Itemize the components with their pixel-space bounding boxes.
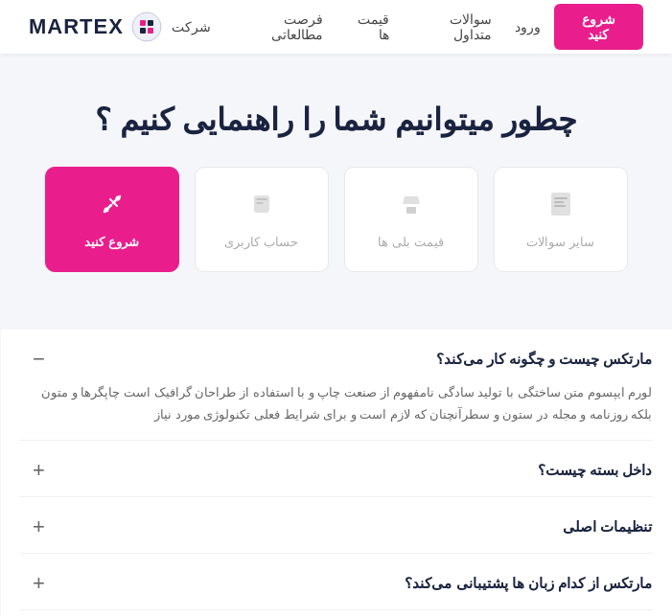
svg-rect-3 (140, 28, 146, 34)
faq-title-4: مارتکس از کدام زبان ها پشتیبانی می‌کند؟ (405, 575, 652, 592)
svg-rect-10 (254, 195, 269, 213)
faq-toggle-1: − (30, 347, 49, 372)
faq-toggle-3: + (30, 514, 49, 539)
navbar-right: شروع کنید ورود سوالات متداول قیمت ها فرص… (162, 4, 643, 50)
faq-section: مارتکس چیست و چگونه کار می‌کند؟ − لورم ا… (1, 330, 672, 616)
card-other-label: سایر سوالات (526, 235, 594, 249)
card-start-icon (98, 190, 127, 225)
logo-icon (131, 11, 162, 42)
svg-point-0 (132, 12, 161, 41)
faq-title-1: مارتکس چیست و چگونه کار می‌کند؟ (436, 351, 653, 368)
card-start[interactable]: شروع کنید (45, 167, 179, 272)
faq-title-2: داخل بسته چیست؟ (538, 462, 652, 479)
svg-rect-7 (554, 201, 564, 203)
card-billing-icon (397, 190, 426, 225)
nav-link-study[interactable]: فرصت مطالعاتی (224, 6, 333, 48)
card-start-label: شروع کنید (84, 235, 139, 249)
faq-header-2[interactable]: داخل بسته چیست؟ + (20, 458, 653, 483)
card-billing-label: قیمت بلی ها (378, 235, 443, 249)
hero-section: چطور میتوانیم شما را راهنمایی کنیم ؟ سای… (0, 54, 672, 330)
faq-body-1: لورم ایپسوم متن ساختگی با تولید سادگی نا… (20, 381, 653, 426)
faq-item-5: تست خودکار با API + (20, 610, 653, 616)
category-cards: سایر سوالات قیمت بلی ها حساب کاربری (19, 167, 653, 272)
faq-item-2: داخل بسته چیست؟ + (20, 441, 653, 497)
card-other-icon (546, 190, 575, 225)
svg-rect-1 (140, 20, 146, 26)
svg-rect-6 (554, 197, 568, 199)
nav-link-login[interactable]: ورود (505, 13, 550, 40)
svg-rect-9 (406, 207, 416, 214)
navbar-logo: MARTEX (29, 11, 162, 42)
card-billing[interactable]: قیمت بلی ها (344, 167, 478, 272)
faq-header-4[interactable]: مارتکس از کدام زبان ها پشتیبانی می‌کند؟ … (20, 571, 653, 596)
nav-link-faq[interactable]: سوالات متداول (403, 6, 501, 48)
card-account-label: حساب کاربری (224, 235, 298, 249)
navbar: شروع کنید ورود سوالات متداول قیمت ها فرص… (0, 0, 672, 54)
card-other[interactable]: سایر سوالات (494, 167, 628, 272)
nav-link-company[interactable]: شرکت (162, 13, 220, 40)
faq-item-3: تنظیمات اصلی + (20, 497, 653, 554)
svg-point-11 (104, 208, 108, 213)
card-account-icon (247, 190, 276, 225)
start-button[interactable]: شروع کنید (554, 4, 643, 50)
nav-link-pricing[interactable]: قیمت ها (336, 6, 399, 48)
faq-item-4: مارتکس از کدام زبان ها پشتیبانی می‌کند؟ … (20, 554, 653, 610)
svg-rect-2 (148, 20, 153, 26)
card-account[interactable]: حساب کاربری (195, 167, 329, 272)
faq-toggle-4: + (30, 571, 49, 596)
brand-name: MARTEX (29, 14, 124, 39)
faq-item-1: مارتکس چیست و چگونه کار می‌کند؟ − لورم ا… (20, 330, 653, 441)
svg-rect-4 (148, 28, 153, 34)
faq-toggle-2: + (30, 458, 49, 483)
svg-rect-5 (551, 193, 570, 216)
svg-rect-8 (554, 205, 566, 207)
hero-heading: چطور میتوانیم شما را راهنمایی کنیم ؟ (19, 102, 653, 138)
faq-header-1[interactable]: مارتکس چیست و چگونه کار می‌کند؟ − (20, 347, 653, 372)
svg-point-12 (115, 196, 120, 201)
faq-title-3: تنظیمات اصلی (563, 518, 652, 536)
faq-header-3[interactable]: تنظیمات اصلی + (20, 514, 653, 539)
